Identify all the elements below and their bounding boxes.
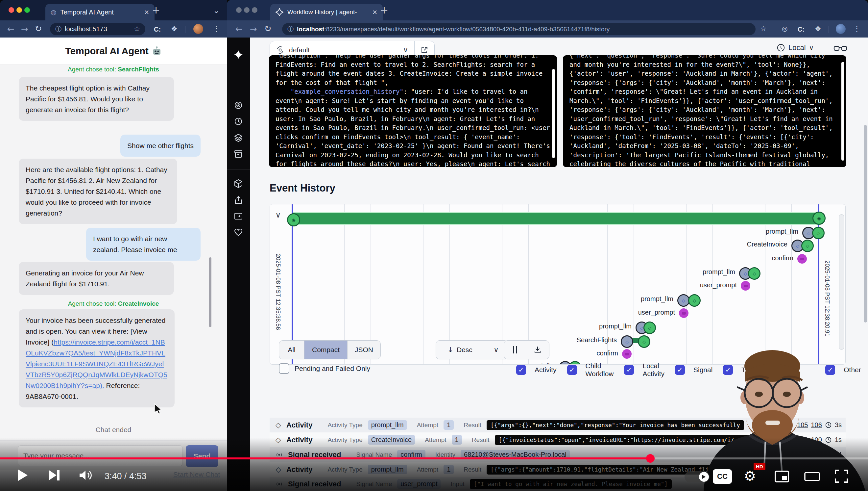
tool-name: CreateInvoice bbox=[118, 300, 159, 307]
miniplayer-button[interactable] bbox=[775, 470, 789, 483]
forward-icon[interactable]: → bbox=[21, 25, 28, 33]
tab-favicon-globe-icon: ◍ bbox=[51, 9, 56, 16]
payload-panel-left[interactable]: 'description': 'Help the user gather arg… bbox=[269, 55, 557, 167]
checkbox-checked[interactable]: ✓ bbox=[567, 365, 577, 375]
panel-scrollbar[interactable] bbox=[841, 62, 844, 161]
menu-dots-icon[interactable]: ⋮ bbox=[212, 25, 220, 33]
agent-message: The cheapest flight option is with Catha… bbox=[19, 77, 174, 121]
avatar[interactable] bbox=[193, 24, 203, 34]
browser-tab[interactable]: ◍ Temporal AI Agent ✕ bbox=[45, 4, 155, 21]
pause-button[interactable] bbox=[504, 341, 526, 359]
extension-c-icon[interactable]: C: bbox=[798, 26, 805, 33]
external-link-icon[interactable] bbox=[421, 46, 428, 54]
activity-completed-marker[interactable]: ◇ bbox=[688, 294, 701, 307]
activity-completed-marker[interactable]: ◇ bbox=[638, 335, 650, 348]
view-compact-button[interactable]: Compact bbox=[305, 341, 347, 359]
video-progress-played[interactable] bbox=[0, 457, 650, 459]
avatar[interactable] bbox=[836, 24, 846, 34]
signal-marker[interactable] bbox=[679, 308, 688, 318]
workflows-eye-icon[interactable] bbox=[234, 101, 243, 110]
forward-icon[interactable]: → bbox=[250, 25, 257, 33]
close-window-button[interactable] bbox=[8, 7, 14, 13]
checkbox-checked[interactable]: ✓ bbox=[516, 365, 526, 375]
new-tab-button[interactable]: + bbox=[380, 5, 388, 15]
invoice-link[interactable]: https://invoice.stripe.com/i/acct_1NBOLu… bbox=[26, 338, 167, 389]
tool-name: SearchFlights bbox=[118, 66, 159, 73]
signal-marker[interactable] bbox=[797, 254, 807, 264]
activity-completed-marker[interactable]: ◇ bbox=[748, 267, 761, 280]
video-scrubber-handle[interactable] bbox=[646, 454, 655, 463]
feedback-image-icon[interactable] bbox=[234, 211, 243, 221]
checkbox-checked[interactable]: ✓ bbox=[675, 365, 685, 375]
view-json-button[interactable]: JSON bbox=[347, 341, 380, 359]
autoplay-toggle[interactable] bbox=[685, 471, 710, 483]
signal-marker[interactable] bbox=[622, 349, 631, 359]
settings-gear-icon[interactable]: ⚙ bbox=[744, 469, 756, 483]
site-info-icon[interactable]: ⓘ bbox=[287, 26, 293, 32]
timeline-event-label: user_prompt bbox=[638, 309, 675, 316]
sort-desc-button[interactable]: ↓Desc bbox=[436, 341, 484, 359]
fullscreen-button[interactable] bbox=[834, 469, 848, 483]
temporal-logo-icon[interactable] bbox=[234, 50, 243, 59]
captions-button[interactable]: CC bbox=[713, 469, 732, 484]
close-window-button[interactable] bbox=[236, 7, 242, 13]
layers-icon[interactable] bbox=[234, 133, 243, 142]
page-scrollbar[interactable] bbox=[864, 125, 867, 322]
pending-failed-filter[interactable]: Pending and Failed Only bbox=[279, 363, 370, 374]
reload-icon[interactable]: ↻ bbox=[35, 24, 42, 33]
extensions-puzzle-icon[interactable]: ❖ bbox=[171, 25, 178, 33]
site-info-icon[interactable]: ⓘ bbox=[55, 26, 61, 32]
zoom-window-button[interactable] bbox=[24, 7, 30, 13]
namespace-cube-icon[interactable] bbox=[234, 179, 243, 188]
url-host: localhost bbox=[297, 26, 324, 33]
download-button[interactable] bbox=[526, 341, 549, 359]
checkbox-unchecked[interactable] bbox=[279, 363, 289, 374]
extension-c-icon[interactable]: C: bbox=[154, 26, 161, 33]
volume-button[interactable] bbox=[79, 469, 93, 481]
heart-icon[interactable] bbox=[234, 228, 243, 237]
menu-dots-icon[interactable]: ⋮ bbox=[853, 25, 861, 33]
new-tab-button[interactable]: + bbox=[152, 5, 160, 15]
extensions-puzzle-icon[interactable]: ❖ bbox=[815, 25, 821, 33]
back-icon[interactable]: ← bbox=[236, 25, 243, 33]
schedules-clock-icon[interactable] bbox=[234, 117, 243, 126]
bookmark-star-icon[interactable]: ☆ bbox=[134, 26, 140, 33]
checkbox-checked[interactable]: ✓ bbox=[624, 365, 634, 375]
tab-title: Workflow History | agent-wor bbox=[287, 8, 357, 16]
extension-circle-icon[interactable]: ◎ bbox=[782, 25, 787, 32]
share-upload-icon[interactable] bbox=[234, 196, 243, 205]
timezone-select[interactable]: Local ∨ bbox=[777, 44, 814, 52]
activity-scheduled-marker[interactable]: ◇ bbox=[621, 335, 633, 348]
back-icon[interactable]: ← bbox=[7, 25, 14, 33]
tab-close-icon[interactable]: ✕ bbox=[372, 9, 377, 16]
payload-panel-right[interactable]: {'next': 'question', 'response': "Sure! … bbox=[563, 55, 846, 167]
timeline-scrollbar[interactable] bbox=[839, 214, 844, 350]
reload-icon[interactable]: ↻ bbox=[265, 24, 272, 33]
next-button[interactable] bbox=[49, 470, 60, 481]
start-new-chat-link[interactable]: Start New Chat bbox=[173, 470, 220, 479]
activity-completed-marker[interactable]: ◇ bbox=[644, 321, 656, 334]
minimize-window-button[interactable] bbox=[244, 7, 250, 13]
activity-completed-marker[interactable]: ◇ bbox=[801, 239, 814, 252]
browser-tab[interactable]: Workflow History | agent-wor ✕ bbox=[270, 4, 383, 21]
chat-scrollbar[interactable] bbox=[209, 257, 211, 327]
play-button[interactable] bbox=[17, 469, 28, 482]
video-bottom-gradient bbox=[0, 438, 868, 491]
activity-completed-marker[interactable]: ◇ bbox=[812, 227, 825, 239]
address-bar[interactable]: ⓘ localhost:8233/namespaces/default/work… bbox=[282, 23, 755, 35]
tab-search-chevron-icon[interactable]: ⌄ bbox=[213, 7, 220, 15]
minimize-window-button[interactable] bbox=[17, 7, 22, 13]
address-bar[interactable]: ⓘ localhost:5173 ☆ bbox=[50, 23, 145, 35]
right-toolbar: ← → ↻ ⓘ localhost:8233/namespaces/defaul… bbox=[227, 21, 868, 37]
view-all-button[interactable]: All bbox=[279, 341, 305, 359]
mouse-cursor bbox=[154, 403, 163, 414]
archive-box-icon[interactable] bbox=[234, 149, 243, 158]
signal-marker[interactable] bbox=[741, 281, 750, 291]
zoom-window-button[interactable] bbox=[252, 7, 257, 13]
data-encoder-glasses-icon[interactable] bbox=[834, 44, 847, 53]
user-message: Show me other flights bbox=[120, 135, 200, 157]
theater-mode-button[interactable] bbox=[804, 472, 820, 481]
tab-close-icon[interactable]: ✕ bbox=[144, 9, 149, 16]
panel-scrollbar[interactable] bbox=[552, 69, 555, 158]
bookmark-star-icon[interactable]: ☆ bbox=[760, 25, 767, 32]
